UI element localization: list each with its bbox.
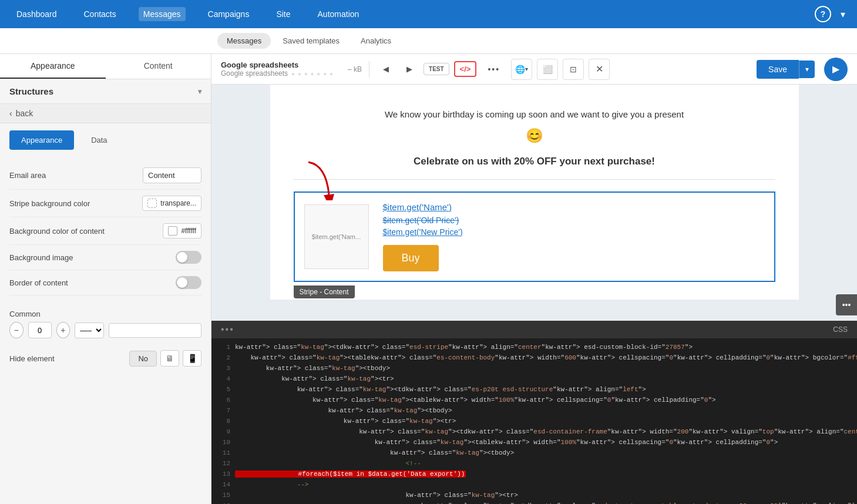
border-content-toggle[interactable] bbox=[176, 276, 201, 289]
undo-button[interactable]: ◀ bbox=[377, 61, 395, 77]
structures-label: Structures bbox=[9, 86, 53, 96]
editor-toolbar: Google spreadsheets Google spreadsheets … bbox=[211, 54, 857, 85]
tab-analytics[interactable]: Analytics bbox=[351, 33, 401, 49]
sidebar-tab-content[interactable]: Content bbox=[106, 54, 211, 79]
red-arrow-svg bbox=[303, 159, 338, 200]
product-new-price[interactable]: $item.get('New Price') bbox=[383, 227, 765, 237]
buy-button[interactable]: Buy bbox=[383, 245, 439, 271]
back-arrow-icon: ‹ bbox=[9, 109, 12, 118]
code-dots: ••• bbox=[221, 324, 234, 335]
top-navigation: Dashboard Contacts Messages Campaigns Si… bbox=[0, 0, 857, 28]
responsive-icon: ⊡ bbox=[570, 65, 577, 74]
bg-content-control: #ffffff bbox=[163, 223, 201, 238]
tab-saved-templates[interactable]: Saved templates bbox=[273, 33, 349, 49]
border-content-row: Border of content bbox=[9, 270, 201, 295]
decrease-button[interactable]: − bbox=[9, 322, 23, 338]
common-controls: − 0 + —— transpare... bbox=[9, 322, 201, 338]
arrow-indicator bbox=[303, 159, 338, 202]
structures-collapse-icon[interactable]: ▾ bbox=[198, 88, 201, 96]
form-section: Email area Content Stripe background col… bbox=[0, 157, 211, 300]
back-button[interactable]: ‹ back bbox=[0, 104, 211, 123]
border-content-label: Border of content bbox=[9, 278, 176, 287]
nav-dashboard[interactable]: Dashboard bbox=[12, 7, 62, 21]
hide-no-button[interactable]: No bbox=[129, 351, 157, 367]
bg-content-label: Background color of content bbox=[9, 227, 163, 236]
tab-messages[interactable]: Messages bbox=[217, 33, 271, 49]
bg-content-value: #ffffff bbox=[181, 227, 196, 235]
common-label: Common bbox=[9, 305, 201, 322]
stripe-bg-value: transpare... bbox=[160, 199, 196, 207]
account-dropdown-icon[interactable]: ▾ bbox=[841, 9, 845, 20]
save-dropdown-button[interactable]: ▾ bbox=[799, 61, 815, 78]
css-tab[interactable]: CSS bbox=[833, 325, 848, 334]
help-button[interactable]: ? bbox=[815, 6, 831, 22]
content-area: Google spreadsheets Google spreadsheets … bbox=[211, 54, 857, 504]
save-btn-group: Save ▾ bbox=[757, 60, 815, 79]
save-button[interactable]: Save bbox=[757, 60, 799, 79]
bg-content-color-input[interactable]: #ffffff bbox=[163, 223, 201, 238]
close-button[interactable]: ✕ bbox=[589, 59, 610, 80]
globe-icon: 🌐 bbox=[515, 65, 525, 74]
language-button[interactable]: 🌐 ▾ bbox=[511, 59, 532, 80]
birthday-message: We know your birthday is coming up soon … bbox=[294, 108, 775, 122]
line-style-select[interactable]: —— bbox=[75, 322, 104, 338]
code-editor-header: ••• CSS bbox=[211, 321, 857, 338]
responsive-button[interactable]: ⊡ bbox=[563, 59, 584, 80]
stripe-bg-label: Stripe background color bbox=[9, 199, 142, 208]
product-name[interactable]: $item.get('Name') bbox=[383, 202, 765, 212]
test-button[interactable]: TEST bbox=[424, 63, 449, 75]
more-dots-icon: ••• bbox=[842, 300, 851, 310]
email-area-label: Email area bbox=[9, 171, 143, 180]
bg-image-toggle[interactable] bbox=[176, 251, 201, 264]
redo-button[interactable]: ▶ bbox=[400, 61, 419, 77]
product-image: $item.get('Nam... bbox=[304, 204, 369, 269]
hide-mobile-icon[interactable]: 📱 bbox=[183, 350, 201, 367]
product-block: $item.get('Nam... $item.get('Name') $ite… bbox=[294, 191, 775, 282]
nav-contacts[interactable]: Contacts bbox=[79, 7, 121, 21]
nav-site[interactable]: Site bbox=[271, 7, 295, 21]
product-old-price[interactable]: $item.get('Old Price') bbox=[383, 216, 765, 225]
common-section: Common − 0 + —— transpare... bbox=[0, 300, 211, 343]
email-area-control: Content bbox=[143, 167, 201, 183]
celebrate-text: Celebrate on us with 20% OFF your next p… bbox=[294, 146, 775, 179]
more-options-button[interactable]: ••• bbox=[481, 61, 506, 78]
sidebar-tab-appearance[interactable]: Appearance bbox=[0, 54, 106, 79]
play-button[interactable]: ▶ bbox=[824, 58, 848, 81]
nav-messages[interactable]: Messages bbox=[139, 7, 186, 21]
email-area-select[interactable]: Content bbox=[143, 167, 201, 183]
product-img-alt: $item.get('Nam... bbox=[312, 233, 361, 240]
color-transparent-input[interactable]: transpare... bbox=[109, 323, 201, 338]
back-label: back bbox=[16, 109, 33, 118]
nav-campaigns[interactable]: Campaigns bbox=[203, 7, 254, 21]
code-editor-button[interactable]: </> bbox=[454, 61, 477, 77]
editor-title-sub: Google spreadsheets ● ● ● ● ● ● ● bbox=[221, 69, 334, 78]
copy-button[interactable]: ⬜ bbox=[537, 59, 558, 80]
hide-btn-group: No 🖥 📱 bbox=[129, 350, 201, 367]
bg-image-row: Background image bbox=[9, 245, 201, 270]
editor-subtitle: Google spreadsheets bbox=[221, 69, 288, 78]
status-dots: ● ● ● ● ● ● ● bbox=[291, 70, 334, 77]
more-options-side-panel[interactable]: ••• bbox=[836, 294, 857, 315]
close-icon: ✕ bbox=[596, 63, 603, 75]
birthday-emoji: 😊 bbox=[294, 125, 775, 146]
nav-automation[interactable]: Automation bbox=[313, 7, 364, 21]
toolbar-separator-1 bbox=[369, 61, 369, 78]
sidebar: Appearance Content Structures ▾ ‹ back A… bbox=[0, 54, 211, 504]
number-input[interactable]: 0 bbox=[28, 322, 52, 338]
code-editor[interactable]: 1kw-attr"> class="kw-tag"><tdkw-attr"> c… bbox=[211, 338, 857, 505]
appearance-data-buttons: Appearance Data bbox=[0, 123, 211, 157]
appearance-button[interactable]: Appearance bbox=[9, 130, 74, 150]
sidebar-tab-bar: Appearance Content bbox=[0, 54, 211, 79]
hide-desktop-icon[interactable]: 🖥 bbox=[160, 350, 179, 367]
stripe-wrapper: $item.get('Nam... $item.get('Name') $ite… bbox=[294, 191, 775, 282]
stripe-bg-control: transpare... bbox=[142, 196, 201, 211]
data-button[interactable]: Data bbox=[79, 130, 119, 150]
tab-bar: Messages Saved templates Analytics bbox=[0, 28, 857, 54]
stripe-bg-color-input[interactable]: transpare... bbox=[142, 196, 201, 211]
test-label: TEST bbox=[429, 66, 444, 72]
increase-button[interactable]: + bbox=[56, 322, 70, 338]
main-layout: Appearance Content Structures ▾ ‹ back A… bbox=[0, 54, 857, 504]
stripe-label-tooltip: Stripe - Content bbox=[294, 285, 355, 298]
copy-icon: ⬜ bbox=[543, 65, 553, 74]
bg-image-label: Background image bbox=[9, 253, 176, 262]
